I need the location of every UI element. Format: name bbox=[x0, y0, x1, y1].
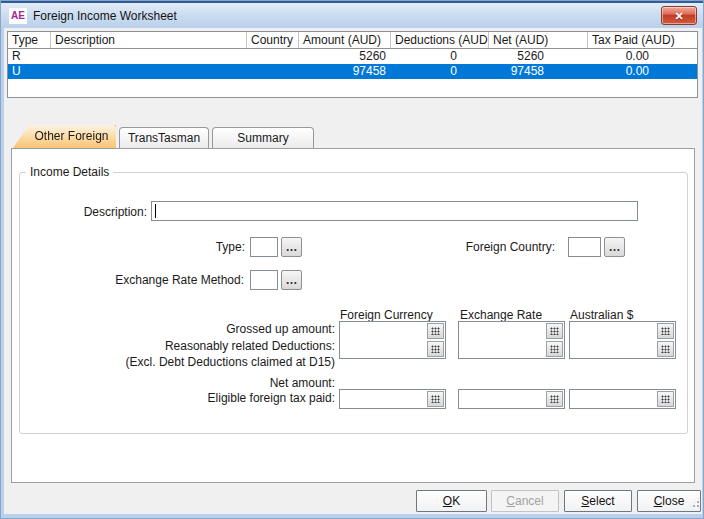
exchange-rate-method-browse-button[interactable]: … bbox=[281, 270, 302, 290]
amount-box-australian bbox=[569, 321, 676, 359]
tab-other-foreign[interactable]: Other Foreign bbox=[13, 125, 116, 148]
grid-header-deductions: Deductions (AUD) bbox=[390, 32, 488, 48]
grid-header-country: Country bbox=[246, 32, 298, 48]
close-icon: ✕ bbox=[662, 8, 696, 24]
cell-amount: 97458 bbox=[298, 64, 390, 79]
cell-tax-paid: 0.00 bbox=[587, 64, 697, 79]
grid-header-amount: Amount (AUD) bbox=[298, 32, 390, 48]
cell-country bbox=[246, 49, 298, 64]
keypad-button[interactable] bbox=[427, 323, 444, 339]
deductions-foreign-currency-input[interactable] bbox=[340, 340, 427, 358]
deductions-australian-input[interactable] bbox=[570, 340, 657, 358]
net-amount-label: Net amount: bbox=[12, 377, 335, 390]
keypad-button[interactable] bbox=[546, 323, 563, 339]
tax-paid-box-australian bbox=[569, 389, 676, 409]
cell-description bbox=[50, 64, 246, 79]
grid-header-description: Description bbox=[50, 32, 246, 48]
grossed-up-foreign-currency-input[interactable] bbox=[340, 322, 427, 340]
tax-paid-box-exchange-rate bbox=[458, 389, 565, 409]
keypad-button[interactable] bbox=[657, 341, 674, 357]
group-title: Income Details bbox=[26, 165, 113, 179]
keypad-icon bbox=[431, 345, 440, 353]
tab-transtasman[interactable]: TransTasman bbox=[119, 127, 209, 148]
type-browse-button[interactable]: … bbox=[281, 237, 302, 257]
cell-deductions: 0 bbox=[390, 64, 488, 79]
exchange-rate-method-label: Exchange Rate Method: bbox=[12, 274, 244, 287]
worksheet-grid: Type Description Country Amount (AUD) De… bbox=[7, 31, 698, 98]
eligible-foreign-tax-paid-label: Eligible foreign tax paid: bbox=[12, 392, 335, 405]
keypad-icon bbox=[661, 395, 670, 403]
eligible-tax-foreign-currency-input[interactable] bbox=[340, 390, 427, 408]
description-label: Description: bbox=[12, 206, 147, 219]
ellipsis-icon: … bbox=[609, 240, 621, 254]
eligible-tax-australian-input[interactable] bbox=[570, 390, 657, 408]
eligible-tax-exchange-rate-input[interactable] bbox=[459, 390, 546, 408]
text-caret bbox=[155, 204, 156, 218]
foreign-country-input[interactable] bbox=[568, 237, 601, 257]
ok-button[interactable]: OK bbox=[416, 490, 487, 512]
grossed-up-amount-label: Grossed up amount: bbox=[12, 323, 335, 336]
keypad-icon bbox=[550, 395, 559, 403]
dialog-window: AE Foreign Income Worksheet ✕ Type Descr… bbox=[0, 0, 704, 519]
column-header-australian-dollars: Australian $ bbox=[570, 308, 633, 322]
grid-header-type: Type bbox=[8, 32, 50, 48]
grid-header-net: Net (AUD) bbox=[488, 32, 587, 48]
cell-country bbox=[246, 64, 298, 79]
grid-header: Type Description Country Amount (AUD) De… bbox=[8, 32, 697, 49]
keypad-icon bbox=[431, 395, 440, 403]
reasonably-related-deductions-label: Reasonably related Deductions: bbox=[12, 340, 335, 353]
column-header-exchange-rate: Exchange Rate bbox=[460, 308, 542, 322]
column-header-foreign-currency: Foreign Currency bbox=[340, 308, 433, 322]
window-title: Foreign Income Worksheet bbox=[33, 9, 177, 23]
keypad-button[interactable] bbox=[546, 391, 563, 407]
keypad-icon bbox=[550, 345, 559, 353]
table-row[interactable]: U 97458 0 97458 0.00 bbox=[8, 64, 697, 79]
foreign-country-label: Foreign Country: bbox=[412, 241, 555, 254]
cell-amount: 5260 bbox=[298, 49, 390, 64]
tax-paid-box-foreign-currency bbox=[339, 389, 446, 409]
grossed-up-exchange-rate-input[interactable] bbox=[459, 322, 546, 340]
description-input[interactable] bbox=[151, 201, 638, 221]
cell-net: 97458 bbox=[488, 64, 587, 79]
keypad-icon bbox=[431, 327, 440, 335]
select-button[interactable]: Select bbox=[564, 490, 632, 512]
tab-strip: Other Foreign TransTasman Summary bbox=[13, 125, 317, 148]
grid-header-tax-paid: Tax Paid (AUD) bbox=[587, 32, 697, 48]
ellipsis-icon: … bbox=[286, 273, 298, 287]
tab-content-panel: Income Details Description: Type: … Fore… bbox=[11, 148, 695, 483]
amount-box-foreign-currency bbox=[339, 321, 446, 359]
titlebar: AE Foreign Income Worksheet ✕ bbox=[1, 1, 703, 28]
exchange-rate-method-input[interactable] bbox=[250, 270, 278, 290]
keypad-button[interactable] bbox=[427, 391, 444, 407]
close-button[interactable]: ✕ bbox=[661, 6, 697, 25]
cell-deductions: 0 bbox=[390, 49, 488, 64]
cell-description bbox=[50, 49, 246, 64]
app-icon: AE bbox=[9, 8, 27, 24]
keypad-button[interactable] bbox=[427, 341, 444, 357]
cell-type: U bbox=[8, 64, 50, 79]
type-label: Type: bbox=[12, 241, 245, 254]
debt-deductions-note: (Excl. Debt Deductions claimed at D15) bbox=[12, 356, 335, 369]
type-input[interactable] bbox=[250, 237, 278, 257]
amount-box-exchange-rate bbox=[458, 321, 565, 359]
keypad-button[interactable] bbox=[657, 391, 674, 407]
dialog-client-area: Type Description Country Amount (AUD) De… bbox=[4, 28, 702, 514]
keypad-icon bbox=[661, 327, 670, 335]
ellipsis-icon: … bbox=[286, 240, 298, 254]
cell-net: 5260 bbox=[488, 49, 587, 64]
cancel-button[interactable]: Cancel bbox=[491, 490, 559, 512]
cell-type: R bbox=[8, 49, 50, 64]
table-row[interactable]: R 5260 0 5260 0.00 bbox=[8, 49, 697, 64]
grossed-up-australian-input[interactable] bbox=[570, 322, 657, 340]
keypad-button[interactable] bbox=[546, 341, 563, 357]
tab-summary[interactable]: Summary bbox=[212, 127, 314, 148]
keypad-icon bbox=[550, 327, 559, 335]
cell-tax-paid: 0.00 bbox=[587, 49, 697, 64]
deductions-exchange-rate-input[interactable] bbox=[459, 340, 546, 358]
foreign-country-browse-button[interactable]: … bbox=[604, 237, 625, 257]
keypad-button[interactable] bbox=[657, 323, 674, 339]
keypad-icon bbox=[661, 345, 670, 353]
